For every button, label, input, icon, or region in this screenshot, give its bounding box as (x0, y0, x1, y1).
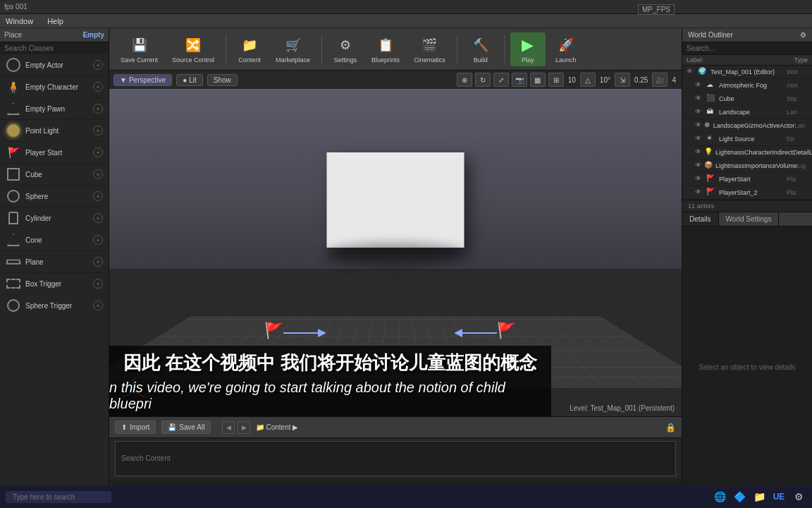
perspective-button[interactable]: ▼ Perspective (113, 74, 172, 86)
actor-item-cylinder[interactable]: Cylinder + (0, 207, 109, 229)
marketplace-button[interactable]: 🛒 Marketplace (270, 32, 316, 66)
actor-item-player-start[interactable]: 🚩 Player Start + (0, 142, 109, 164)
actor-item-cube[interactable]: Cube + (0, 164, 109, 186)
outliner-item-4[interactable]: 👁 ⊕ LandscapeGizmoActiveActor Lan (682, 119, 812, 133)
viewport-snap-icon[interactable]: ⊞ (548, 73, 564, 87)
add-box-trigger-btn[interactable]: + (93, 279, 103, 289)
add-sphere-btn[interactable]: + (93, 191, 103, 201)
outliner-item-3[interactable]: 👁 🏔 Landscape Lan (682, 106, 812, 119)
add-empty-actor-btn[interactable]: + (93, 60, 103, 70)
taskbar-search-input[interactable] (6, 491, 111, 503)
world-outliner-settings-icon[interactable]: ⚙ (800, 31, 806, 39)
actor-item-empty-actor[interactable]: Empty Actor + (0, 54, 109, 76)
visibility-icon-8[interactable]: 👁 (695, 175, 703, 183)
import-label: Import (130, 423, 149, 431)
lit-button[interactable]: ● Lit (176, 74, 203, 86)
visibility-icon-2[interactable]: 👁 (695, 95, 703, 103)
sphere-trigger-label: Sphere Trigger (25, 302, 93, 310)
source-control-button[interactable]: 🔀 Source Control (166, 32, 220, 66)
outliner-item-7[interactable]: 👁 📦 LightmassImportanceVolume Lig (682, 159, 812, 173)
visibility-icon-6[interactable]: 👁 (695, 148, 701, 157)
launch-button[interactable]: 🚀 Launch (548, 32, 584, 66)
empty-actor-label: Empty Actor (25, 61, 93, 69)
nav-back-button[interactable]: ◀ (222, 421, 235, 434)
viewport[interactable]: ▼ Perspective ● Lit Show ⊕ ↻ ⤢ 📷 ▦ ⊞ (109, 71, 682, 416)
show-button[interactable]: Show (207, 74, 238, 86)
visibility-icon-4[interactable]: 👁 (695, 121, 701, 130)
add-cone-btn[interactable]: + (93, 235, 103, 245)
playerstart-icon: 🚩 (706, 174, 716, 184)
add-empty-pawn-btn[interactable]: + (93, 104, 103, 114)
settings-label: Settings (334, 56, 357, 64)
visibility-icon-0[interactable]: 👁 (687, 68, 695, 76)
folder-icon: 📁 (256, 423, 264, 431)
actor-item-sphere[interactable]: Sphere + (0, 186, 109, 207)
taskbar-chrome-icon[interactable]: 🌐 (712, 489, 727, 504)
outliner-item-9[interactable]: 👁 🚩 PlayerStart_2 Pla (682, 186, 812, 200)
add-cube-btn[interactable]: + (93, 169, 103, 179)
outliner-type-4: Lan (794, 122, 808, 129)
add-cylinder-btn[interactable]: + (93, 213, 103, 223)
settings-button[interactable]: ⚙ Settings (328, 32, 363, 66)
actor-item-empty-pawn[interactable]: Empty Pawn + (0, 98, 109, 120)
viewport-angle-icon[interactable]: △ (580, 73, 596, 87)
build-button[interactable]: 🔨 Build (463, 32, 498, 66)
actor-count: 11 actors (682, 200, 812, 212)
menu-help[interactable]: Help (44, 16, 66, 27)
actor-item-plane[interactable]: Plane + (0, 251, 109, 273)
viewport-camera-icon[interactable]: 📷 (512, 73, 527, 87)
viewport-scale-snap-icon[interactable]: ⇲ (615, 73, 630, 87)
blueprints-button[interactable]: 📋 Blueprints (366, 32, 405, 66)
outliner-item-0[interactable]: 👁 🌍 Test_Map_001 (Editor) Wor (682, 66, 812, 79)
actor-item-box-trigger[interactable]: Box Trigger + (0, 273, 109, 295)
visibility-icon-7[interactable]: 👁 (695, 162, 701, 170)
outliner-item-8[interactable]: 👁 🚩 PlayerStart Pla (682, 173, 812, 186)
taskbar-settings-icon[interactable]: ⚙ (791, 489, 806, 504)
taskbar-explorer-icon[interactable]: 📁 (751, 489, 767, 504)
tab-world-settings[interactable]: World Settings (719, 212, 780, 226)
viewport-translate-icon[interactable]: ⊕ (457, 73, 472, 87)
outliner-item-5[interactable]: 👁 ☀ Light Source Dir (682, 133, 812, 146)
visibility-icon-9[interactable]: 👁 (695, 188, 703, 197)
launch-label: Launch (555, 56, 577, 64)
viewport-scale-icon[interactable]: ⤢ (493, 73, 509, 87)
viewport-rotate-icon[interactable]: ↻ (475, 73, 491, 87)
mp-fps-badge: MP_FPS (638, 4, 675, 15)
world-outliner-search[interactable] (682, 42, 812, 55)
outliner-type-5: Dir (787, 135, 808, 143)
add-sphere-trigger-btn[interactable]: + (93, 301, 103, 310)
viewport-grid-icon[interactable]: ▦ (530, 73, 546, 87)
tab-details[interactable]: Details (682, 212, 719, 226)
lock-icon[interactable]: 🔒 (665, 423, 676, 433)
place-actors-tab[interactable]: Empty (82, 31, 104, 39)
menu-window[interactable]: Window (3, 16, 36, 27)
play-button[interactable]: ▶ Play (510, 32, 546, 66)
taskbar-ie-icon[interactable]: 🔷 (732, 489, 747, 504)
actor-item-empty-character[interactable]: 🧍 Empty Character + (0, 76, 109, 98)
outliner-item-6[interactable]: 👁 💡 LightmassCharacterIndirectDetailLigh… (682, 146, 812, 159)
add-player-start-btn[interactable]: + (93, 147, 103, 157)
add-point-light-btn[interactable]: + (93, 126, 103, 135)
content-search-input[interactable] (115, 441, 676, 476)
visibility-icon-5[interactable]: 👁 (695, 135, 703, 143)
outliner-item-1[interactable]: 👁 ☁ Atmospheric Fog Atm (682, 79, 812, 92)
cinematics-button[interactable]: 🎬 Cinematics (408, 32, 451, 66)
actor-item-point-light[interactable]: Point Light + (0, 120, 109, 142)
search-actors-input[interactable] (0, 42, 109, 54)
visibility-icon-3[interactable]: 👁 (695, 108, 703, 116)
save-all-button[interactable]: 💾 Save All (161, 421, 211, 434)
player-arrow-2 (455, 326, 497, 340)
save-current-button[interactable]: 💾 Save Current (115, 32, 164, 66)
add-plane-btn[interactable]: + (93, 257, 103, 267)
outliner-item-2[interactable]: 👁 ⬛ Cube Sta (682, 92, 812, 106)
content-browser-toolbar: ⬆ Import 💾 Save All ◀ ▶ 📁 Content ▶ 🔒 (109, 417, 682, 438)
actor-item-cone[interactable]: Cone + (0, 229, 109, 251)
actor-item-sphere-trigger[interactable]: Sphere Trigger + (0, 295, 109, 317)
nav-forward-button[interactable]: ▶ (238, 421, 250, 434)
camera-speed-icon[interactable]: 🎥 (652, 73, 668, 87)
taskbar-ue4-icon[interactable]: UE (771, 489, 787, 504)
visibility-icon-1[interactable]: 👁 (695, 81, 703, 90)
content-button[interactable]: 📁 Content (232, 32, 267, 66)
add-empty-character-btn[interactable]: + (93, 82, 103, 92)
import-button[interactable]: ⬆ Import (115, 421, 156, 434)
